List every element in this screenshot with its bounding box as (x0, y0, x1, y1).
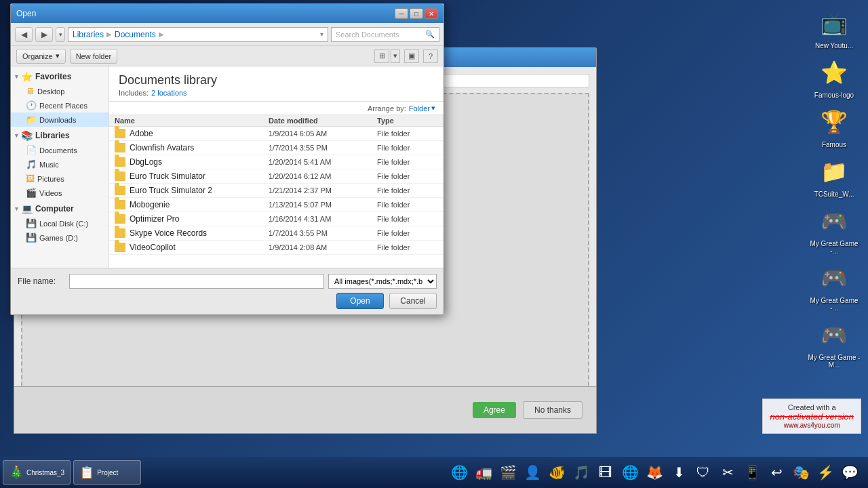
sidebar-videos-label: Videos (39, 189, 62, 197)
file-name-cell: Optimizer Pro (115, 214, 269, 224)
open-button[interactable]: Open (336, 293, 384, 309)
desktop-icon-famous-logo[interactable]: ⭐ Famous-logo (807, 56, 861, 99)
file-type-cell: File folder (377, 144, 438, 152)
search-icon: 🔍 (425, 30, 435, 39)
taskbar-icon-user[interactable]: 👤 (522, 462, 542, 483)
search-box[interactable]: Search Documents 🔍 (331, 27, 439, 42)
filetype-select[interactable]: All images(*.mds;*.mdx;*.b5t;*. (328, 274, 437, 289)
locations-link[interactable]: 2 locations (151, 89, 187, 97)
taskbar-icon-flash[interactable]: ⚡ (815, 462, 835, 483)
libraries-header[interactable]: ▾ 📚 Libraries (11, 128, 108, 143)
table-row[interactable]: Euro Truck Simulator 1/20/2014 6:12 AM F… (109, 169, 443, 184)
no-thanks-button[interactable]: No thanks (523, 401, 583, 419)
taskbar-icon-truck[interactable]: 🚛 (473, 462, 494, 483)
desktop-icon-mygame1[interactable]: 🎮 My Great Game -... (807, 205, 861, 255)
table-row[interactable]: Adobe 1/9/2014 6:05 AM File folder (109, 127, 443, 141)
view-dropdown-button[interactable]: ▾ (391, 49, 400, 63)
folder-icon (115, 129, 125, 138)
organize-button[interactable]: Organize ▾ (16, 49, 66, 64)
sidebar-item-music[interactable]: 🎵 Music (11, 157, 108, 171)
filename-label: File name: (18, 277, 65, 286)
folder-icon (115, 143, 125, 152)
taskbar-icon-ae[interactable]: 🎭 (791, 462, 811, 483)
column-header-date[interactable]: Date modified (269, 117, 377, 125)
table-row[interactable]: Optimizer Pro 1/16/2014 4:31 AM File fol… (109, 212, 443, 226)
taskbar-icon-media[interactable]: 🎬 (498, 462, 518, 483)
watermark-line2: non-activated version (770, 411, 854, 422)
desktop-icon-label-mygame2: My Great Game -... (807, 297, 861, 312)
taskbar-item-christmas[interactable]: 🎄 Christmas_3 (3, 460, 71, 485)
desktop-icon-mygame3[interactable]: 🎮 My Great Game - M... (807, 319, 861, 369)
column-header-type[interactable]: Type (377, 117, 438, 125)
table-row[interactable]: Clownfish Avatars 1/7/2014 3:55 PM File … (109, 141, 443, 155)
minimize-button[interactable]: ─ (395, 8, 408, 19)
desktop-icon-label-famous-logo: Famous-logo (814, 92, 854, 99)
sidebar-item-desktop[interactable]: 🖥 Desktop (11, 84, 108, 98)
computer-header[interactable]: ▾ 💻 Computer (11, 201, 108, 216)
sidebar-item-games-drive[interactable]: 💾 Games (D:) (11, 230, 108, 245)
sidebar-item-pictures[interactable]: 🖼 Pictures (11, 171, 108, 186)
cancel-button[interactable]: Cancel (389, 293, 437, 309)
desktop-icon-mygame2[interactable]: 🎮 My Great Game -... (807, 262, 861, 312)
taskbar-icon-edit[interactable]: ✂ (717, 462, 738, 483)
folder-icon (115, 214, 125, 224)
desktop-icon-label-mygame1: My Great Game -... (807, 240, 861, 255)
new-folder-button[interactable]: New folder (70, 49, 118, 64)
desktop-icon-famous[interactable]: 🏆 Famous (807, 106, 861, 148)
table-row[interactable]: Skype Voice Records 1/7/2014 3:55 PM Fil… (109, 226, 443, 241)
maximize-button[interactable]: □ (410, 8, 423, 19)
view-options-button[interactable]: ⊞ (374, 49, 389, 63)
close-button[interactable]: ✕ (425, 8, 438, 19)
sidebar-item-recent-places[interactable]: 🕐 Recent Places (11, 98, 108, 113)
dialog-action-buttons: Open Cancel (18, 293, 437, 309)
back-button[interactable]: ◀ (15, 27, 33, 42)
address-dropdown-btn[interactable]: ▾ (320, 30, 323, 38)
file-type-cell: File folder (377, 158, 438, 166)
table-row[interactable]: Mobogenie 1/13/2014 5:07 PM File folder (109, 198, 443, 212)
filename-input[interactable] (69, 274, 324, 289)
mygame1-icon: 🎮 (818, 205, 850, 237)
file-name-text: Mobogenie (130, 200, 170, 209)
taskbar-icon-film[interactable]: 🎞 (595, 462, 616, 483)
file-name-cell: Skype Voice Records (115, 228, 269, 238)
address-bar[interactable]: Libraries ▶ Documents ▶ ▾ (68, 27, 328, 42)
preview-pane-button[interactable]: ▣ (404, 49, 419, 63)
table-row[interactable]: VideoCopilot 1/9/2014 2:08 AM File folde… (109, 241, 443, 255)
taskbar-icon-download[interactable]: ⬇ (669, 462, 689, 483)
favorites-header[interactable]: ▾ ⭐ Favorites (11, 69, 108, 84)
taskbar-icon-network[interactable]: 🌐 (620, 462, 640, 483)
folder-icon (115, 228, 125, 238)
help-button[interactable]: ? (423, 49, 438, 63)
sidebar-item-documents[interactable]: 📄 Documents (11, 143, 108, 157)
agree-button[interactable]: Agree (473, 402, 516, 418)
forward-button[interactable]: ▶ (35, 27, 53, 42)
taskbar-icon-music[interactable]: 🎵 (571, 462, 591, 483)
table-row[interactable]: Euro Truck Simulator 2 1/21/2014 2:37 PM… (109, 184, 443, 198)
file-rows-container: Adobe 1/9/2014 6:05 AM File folder Clown… (109, 127, 443, 255)
library-title: Documents library (119, 73, 434, 87)
taskbar-icon-shield[interactable]: 🛡 (693, 462, 713, 483)
column-header-name[interactable]: Name (115, 117, 269, 125)
arrange-dropdown[interactable]: Folder ▾ (409, 104, 435, 113)
sidebar-item-videos[interactable]: 🎬 Videos (11, 186, 108, 200)
arrange-arrow-icon: ▾ (431, 104, 435, 113)
address-libraries: Libraries (73, 30, 104, 39)
taskbar-icon-browser[interactable]: 🌐 (449, 462, 469, 483)
taskbar-icon-firefox[interactable]: 🦊 (644, 462, 665, 483)
table-row[interactable]: DbgLogs 1/20/2014 5:41 AM File folder (109, 155, 443, 169)
youtube-icon: 📺 (818, 7, 850, 39)
taskbar-icon-skype[interactable]: 💬 (840, 462, 860, 483)
taskbar-icon-back[interactable]: ↩ (766, 462, 787, 483)
desktop-icon-tcsuite[interactable]: 📁 TCSuite_W... (807, 155, 861, 198)
taskbar-icon-mobile[interactable]: 📱 (742, 462, 762, 483)
dialog-title: Open (16, 9, 36, 18)
titlebar-controls: ─ □ ✕ (395, 8, 438, 19)
sidebar-item-downloads[interactable]: 📁 Downloads (11, 113, 108, 127)
sidebar-item-local-disk[interactable]: 💾 Local Disk (C:) (11, 216, 108, 230)
desktop-icon-youtube[interactable]: 📺 New Youtu... (807, 7, 861, 49)
file-date-cell: 1/20/2014 6:12 AM (269, 172, 377, 180)
taskbar-icon-clownfish[interactable]: 🐠 (547, 462, 567, 483)
recent-locations-button[interactable]: ▾ (56, 27, 65, 42)
taskbar-item-project[interactable]: 📋 Project (73, 460, 141, 485)
favorites-collapse-icon: ▾ (15, 73, 18, 80)
